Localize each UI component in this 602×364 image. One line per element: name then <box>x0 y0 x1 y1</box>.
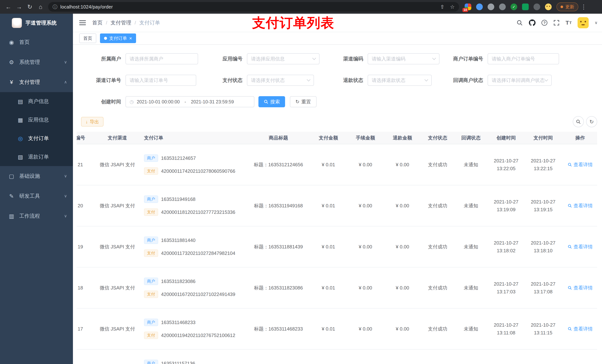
channel-code-select[interactable]: 请输入渠道编码 <box>368 53 440 64</box>
pay-status-select[interactable]: 请选择支付状态 <box>247 75 314 86</box>
view-detail-link[interactable]: 查看详情 <box>568 326 593 332</box>
sidebar-item-merchant-info[interactable]: ▤ 商户信息 <box>0 92 73 111</box>
cell-order: 商户1635311949168 支付4200001181202110277723… <box>140 185 247 226</box>
extension-blue-icon[interactable] <box>476 3 483 10</box>
sidebar-item-workflow[interactable]: ▥ 工作流程 ∨ <box>0 206 73 226</box>
extension-colorful-icon[interactable]: 10 <box>465 3 471 10</box>
logo[interactable]: 芋道管理系统 <box>0 14 73 32</box>
avatar-caret-icon[interactable]: ∨ <box>595 20 598 25</box>
share-icon[interactable]: ⇧ <box>440 4 444 10</box>
view-detail-link[interactable]: 查看详情 <box>568 203 593 209</box>
chevron-down-icon <box>424 78 428 81</box>
pay-no: 4200001167202110271022491439 <box>161 291 235 297</box>
merchant-tag: 商户 <box>144 360 158 364</box>
cell-paid: 2021-10-2713:11:15 <box>525 309 562 349</box>
cell-notify: 未通知 <box>454 268 488 308</box>
merchant-input[interactable] <box>126 53 198 64</box>
sidebar-item-dev-tools[interactable]: ✎ 研发工具 ∨ <box>0 186 73 206</box>
forward-button[interactable]: → <box>14 1 24 12</box>
tab-pay-order[interactable]: 支付订单 × <box>100 33 136 43</box>
view-detail-link[interactable]: 查看详情 <box>568 285 593 291</box>
table-row: 21 微信 JSAPI 支付 商户1635312124657 支付4200001… <box>77 144 597 185</box>
export-button[interactable]: ↓ 导出 <box>81 117 104 126</box>
cell-status: 支付成功 <box>421 144 454 185</box>
notify-status-select[interactable]: 请选择订单回调商户状态 <box>488 75 552 86</box>
extension-emoji-icon[interactable] <box>545 3 552 10</box>
search-icon[interactable] <box>516 20 523 26</box>
sidebar-item-app-info[interactable]: ▦ 应用信息 <box>0 111 73 129</box>
close-tab-icon[interactable]: × <box>129 35 132 41</box>
sidebar-item-pay-order[interactable]: ◎ 支付订单 <box>0 129 73 148</box>
cell-id: 17 <box>77 309 95 349</box>
cell-notify: 未通知 <box>454 185 488 226</box>
url-bar[interactable]: ⓘ localhost:1024/pay/order ⇧ ☆ <box>48 2 459 12</box>
font-size-icon[interactable]: T T <box>566 20 572 26</box>
extension-green-check-icon[interactable]: ✓ <box>511 3 517 10</box>
github-icon[interactable] <box>529 20 536 26</box>
search-button[interactable]: 搜索 <box>258 96 285 107</box>
cell-refund: ¥ 0.00 <box>384 226 421 267</box>
cell-action: 查看详情 <box>562 309 597 349</box>
sidebar-item-label: 应用信息 <box>28 116 49 123</box>
cell-action: 查看详情 <box>562 226 597 267</box>
col-channel: 支付渠道 <box>95 132 140 144</box>
view-detail-link[interactable]: 查看详情 <box>568 244 593 250</box>
forward-icon: → <box>16 3 22 10</box>
refresh-table-button[interactable]: ↻ <box>586 116 597 127</box>
cell-fee: ¥ 0.00 <box>347 268 384 308</box>
merchant-tag: 商户 <box>144 196 158 203</box>
toggle-search-button[interactable] <box>573 116 584 127</box>
refund-status-select[interactable]: 请选择退款状态 <box>368 75 432 86</box>
extension-gray-icon[interactable] <box>488 3 494 10</box>
search-button-label: 搜索 <box>270 99 280 105</box>
merchant-tag: 商户 <box>144 278 158 285</box>
cell-refund: ¥ 0.00 <box>384 268 421 308</box>
sidebar-item-home[interactable]: ◉ 首页 <box>0 32 73 52</box>
col-title: 商品标题 <box>247 132 310 144</box>
menu-fold-icon[interactable] <box>79 20 86 25</box>
cell-paid: 2021-10-2713:19:15 <box>525 185 562 226</box>
menu-dots-icon: ⋮ <box>581 3 587 10</box>
reload-button[interactable]: ↻ <box>24 1 35 12</box>
cell-status: 支付成功 <box>421 268 454 308</box>
breadcrumb-home[interactable]: 首页 <box>92 19 103 26</box>
sidebar-item-infrastructure[interactable]: ▢ 基础设施 ∨ <box>0 166 73 186</box>
sidebar-item-system[interactable]: ⚙ 系统管理 ∨ <box>0 52 73 72</box>
table-row: 16 微信 JSAPI 支付 商户1635311157136 支付 <box>77 350 597 364</box>
extension-green-square-icon[interactable] <box>522 3 529 10</box>
reset-button[interactable]: ↻ 重置 <box>290 96 317 107</box>
extension-dark-icon[interactable] <box>534 3 540 10</box>
fullscreen-icon[interactable] <box>553 20 559 26</box>
bookmark-star-icon[interactable]: ☆ <box>450 4 455 10</box>
cell-created: 2021-10-2713:17:03 <box>488 268 525 308</box>
col-order: 支付订单 <box>140 132 247 144</box>
view-detail-link[interactable]: 查看详情 <box>568 161 593 168</box>
cell-id: 20 <box>77 185 95 226</box>
merchant-order-no-input[interactable] <box>488 53 559 64</box>
col-status: 支付状态 <box>421 132 454 144</box>
back-button[interactable]: ← <box>3 1 14 12</box>
cell-channel: 微信 JSAPI 支付 <box>95 268 140 308</box>
user-avatar[interactable] <box>578 17 589 28</box>
home-button[interactable]: ⌂ <box>35 1 46 12</box>
font-size-glyph-large: T <box>566 20 569 26</box>
browser-menu-button[interactable]: ⋮ <box>578 1 589 12</box>
sidebar-item-label: 商户信息 <box>28 98 49 105</box>
channel-order-no-input[interactable] <box>126 75 196 86</box>
cell-fee: ¥ 0.00 <box>347 144 384 185</box>
filter-merchant-order-no: 商户订单编号 <box>442 53 559 64</box>
orders-table: 编号 支付渠道 支付订单 商品标题 支付金额 手续金额 退款金额 支付状态 回调… <box>77 132 597 364</box>
breadcrumb-separator: / <box>106 20 107 26</box>
help-icon[interactable]: ? <box>541 20 547 26</box>
sidebar-item-payment[interactable]: ¥ 支付管理 ∧ <box>0 72 73 92</box>
browser-toolbar: ← → ↻ ⌂ ⓘ localhost:1024/pay/order ⇧ ☆ 1… <box>0 0 602 14</box>
extension-gray2-icon[interactable] <box>499 3 506 10</box>
app-select[interactable]: 请选择应用信息 <box>247 53 320 64</box>
date-range-picker[interactable]: ◷ 2021-10-01 00:00:00 - 2021-10-31 23:59… <box>126 96 254 107</box>
cell-refund <box>384 350 421 364</box>
sidebar-item-refund-order[interactable]: ▧ 退款订单 <box>0 148 73 166</box>
tab-home[interactable]: 首页 <box>79 33 96 43</box>
cell-order: 商户1635312124657 支付4200001174202110278060… <box>140 144 247 185</box>
update-button[interactable]: 更新 <box>557 2 578 11</box>
filter-label: 商户订单编号 <box>442 55 483 62</box>
